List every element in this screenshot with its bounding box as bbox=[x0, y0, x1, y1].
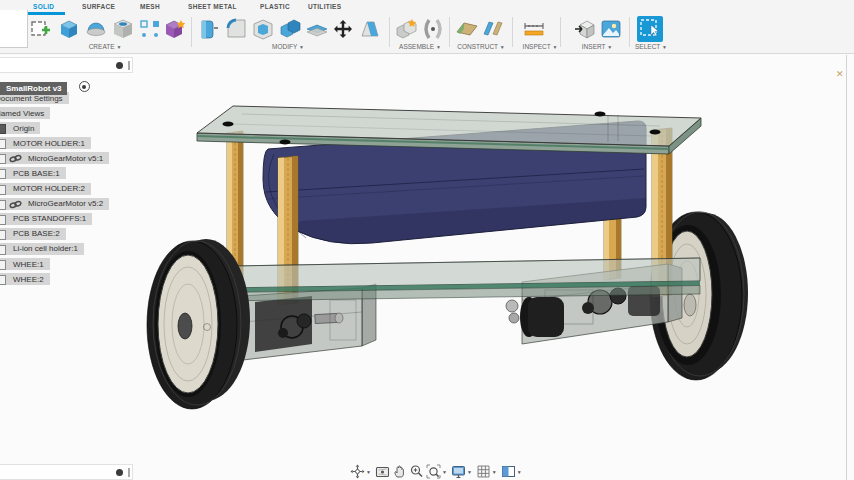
grid-snap-icon[interactable] bbox=[475, 464, 492, 480]
revolve-icon[interactable] bbox=[83, 16, 109, 42]
linked-component-icon bbox=[9, 154, 22, 163]
shell-icon[interactable] bbox=[250, 16, 276, 42]
browser-item[interactable]: WHEE:2 bbox=[0, 273, 109, 288]
fillet-icon[interactable] bbox=[223, 16, 249, 42]
browser-item[interactable]: MicroGearMotor v5:1 bbox=[0, 152, 109, 167]
browser-item[interactable]: Li-ion cell holder:1 bbox=[0, 243, 109, 258]
active-tab-underline bbox=[28, 12, 65, 15]
linked-component-icon bbox=[9, 200, 22, 209]
select-group-label[interactable]: SELECT ▼ bbox=[626, 43, 676, 50]
component-icon bbox=[0, 230, 6, 240]
modify-group-label[interactable]: MODIFY ▼ bbox=[262, 43, 314, 50]
new-component-icon[interactable] bbox=[394, 16, 420, 42]
look-at-icon[interactable] bbox=[374, 464, 391, 480]
extrude-icon[interactable] bbox=[56, 16, 82, 42]
browser-item-label: WHEE:1 bbox=[13, 260, 44, 269]
wheel-left bbox=[147, 239, 250, 409]
navigation-bar: ▼ ▼ ▼ ▼ ▼ bbox=[349, 463, 525, 480]
tab-surface[interactable]: SURFACE bbox=[82, 3, 115, 10]
browser-item[interactable]: MicroGearMotor v5:2 bbox=[0, 198, 109, 213]
component-icon bbox=[0, 200, 6, 210]
tab-mesh[interactable]: MESH bbox=[140, 3, 160, 10]
data-panel-stub[interactable] bbox=[0, 10, 28, 48]
grid-snap-caret[interactable]: ▼ bbox=[492, 469, 497, 475]
browser-item[interactable]: MOTOR HOLDER:2 bbox=[0, 183, 109, 198]
viewports-caret[interactable]: ▼ bbox=[517, 469, 522, 475]
press-pull-icon[interactable] bbox=[196, 16, 222, 42]
slider-handle[interactable] bbox=[116, 62, 123, 69]
browser-item-label: MOTOR HOLDER:2 bbox=[13, 184, 85, 193]
fit-caret[interactable]: ▼ bbox=[442, 469, 447, 475]
group-separator bbox=[389, 17, 390, 47]
assemble-group-label[interactable]: ASSEMBLE ▼ bbox=[394, 43, 446, 50]
viewports-icon[interactable] bbox=[500, 464, 517, 480]
browser-item-label: Li-ion cell holder:1 bbox=[13, 244, 78, 253]
browser-top-slider[interactable] bbox=[0, 57, 133, 73]
joint-icon[interactable] bbox=[420, 16, 446, 42]
browser-item-label: WHEE:2 bbox=[13, 275, 44, 284]
browser-root-label[interactable]: SmallRobot v3 bbox=[0, 82, 67, 95]
construct-axis-icon[interactable] bbox=[480, 16, 506, 42]
orbit-icon[interactable] bbox=[349, 464, 366, 480]
move-copy-icon[interactable] bbox=[330, 16, 356, 42]
thicken-icon[interactable] bbox=[304, 16, 330, 42]
viewport-right-border bbox=[846, 55, 847, 480]
create-form-icon[interactable] bbox=[162, 16, 188, 42]
browser-item-label: PCB BASE:1 bbox=[13, 169, 60, 178]
component-icon bbox=[0, 169, 6, 179]
measure-icon[interactable] bbox=[519, 16, 549, 42]
component-icon bbox=[0, 139, 6, 149]
browser-item-label: Origin bbox=[13, 124, 34, 133]
browser-bottom-slider[interactable] bbox=[0, 464, 133, 480]
tab-utilities[interactable]: UTILITIES bbox=[308, 3, 341, 10]
component-icon bbox=[0, 185, 6, 195]
display-settings-icon[interactable] bbox=[450, 464, 467, 480]
create-sketch-icon[interactable] bbox=[28, 16, 54, 42]
browser-item[interactable]: Origin bbox=[0, 122, 109, 137]
slider-tick bbox=[128, 61, 130, 70]
construct-group-label[interactable]: CONSTRUCT ▼ bbox=[452, 43, 510, 50]
canvas-icon[interactable] bbox=[598, 16, 624, 42]
pattern-icon[interactable] bbox=[137, 16, 163, 42]
component-icon bbox=[0, 260, 6, 270]
zoom-icon[interactable] bbox=[408, 464, 425, 480]
insert-group-label[interactable]: INSERT ▼ bbox=[572, 43, 622, 50]
tab-plastic[interactable]: PLASTIC bbox=[260, 3, 290, 10]
slider-handle[interactable] bbox=[116, 469, 123, 476]
browser-tree: Document SettingsNamed ViewsOriginMOTOR … bbox=[0, 92, 109, 288]
top-plate bbox=[197, 106, 701, 154]
component-icon bbox=[0, 275, 6, 285]
group-separator bbox=[191, 17, 192, 47]
create-group-label[interactable]: CREATE ▼ bbox=[80, 43, 130, 50]
pan-icon[interactable] bbox=[391, 464, 408, 480]
select-tool-icon[interactable] bbox=[637, 16, 663, 42]
browser-item-label: MOTOR HOLDER:1 bbox=[13, 139, 85, 148]
browser-item[interactable]: PCB BASE:1 bbox=[0, 167, 109, 182]
inspect-group-label[interactable]: INSPECT ▼ bbox=[515, 43, 565, 50]
group-separator bbox=[449, 17, 450, 47]
browser-item-label: Named Views bbox=[0, 109, 44, 118]
group-separator bbox=[560, 17, 561, 47]
browser-item[interactable]: PCB STANDOFFS:1 bbox=[0, 213, 109, 228]
fusion360-window: { "ribbon": { "accent": "#0696d7", "tabs… bbox=[0, 0, 854, 480]
browser-item[interactable]: PCB BASE:2 bbox=[0, 228, 109, 243]
slider-tick bbox=[128, 468, 130, 477]
orbit-caret[interactable]: ▼ bbox=[366, 469, 371, 475]
fit-icon[interactable] bbox=[425, 464, 442, 480]
combine-icon[interactable] bbox=[277, 16, 303, 42]
insert-mesh-icon[interactable] bbox=[572, 16, 598, 42]
browser-item-label: PCB BASE:2 bbox=[13, 229, 60, 238]
hole-icon[interactable] bbox=[110, 16, 136, 42]
browser-item[interactable]: WHEE:1 bbox=[0, 258, 109, 273]
display-settings-caret[interactable]: ▼ bbox=[467, 469, 472, 475]
browser-root-row[interactable]: SmallRobot v3 bbox=[0, 77, 90, 90]
tab-solid[interactable]: SOLID bbox=[33, 3, 54, 10]
tab-sheet-metal[interactable]: SHEET METAL bbox=[188, 3, 237, 10]
draft-icon[interactable] bbox=[357, 16, 383, 42]
construct-plane-icon[interactable] bbox=[454, 16, 480, 42]
origin-icon bbox=[0, 124, 6, 134]
constraint-marker-x: ✕ bbox=[836, 69, 844, 79]
browser-item[interactable]: MOTOR HOLDER:1 bbox=[0, 137, 109, 152]
browser-item-label: MicroGearMotor v5:2 bbox=[28, 199, 103, 208]
browser-item[interactable]: Named Views bbox=[0, 107, 109, 122]
